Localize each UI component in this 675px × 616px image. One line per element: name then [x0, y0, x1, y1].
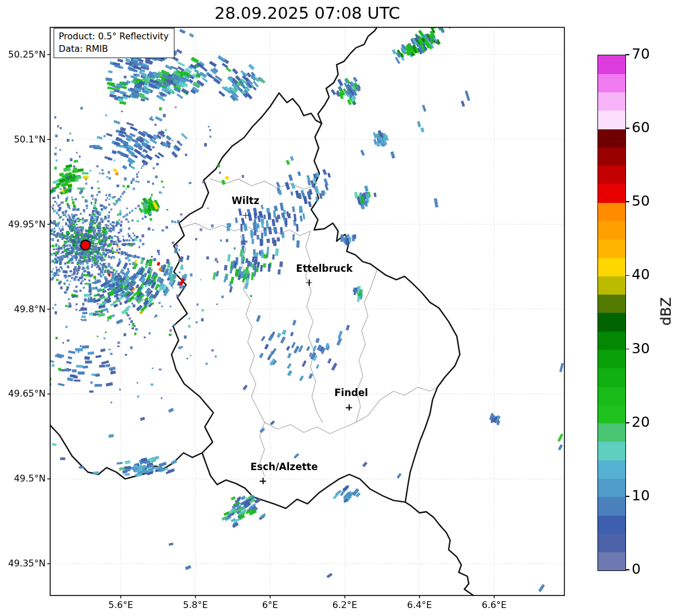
colorbar-segment [598, 460, 625, 479]
page-title: 28.09.2025 07:08 UTC [50, 3, 564, 23]
colorbar-tick-mark [625, 54, 629, 55]
city-label: Wiltz [231, 195, 259, 206]
colorbar-segment [598, 552, 625, 571]
colorbar-tick-mark [625, 349, 629, 350]
x-tick-label: 5.6°E [95, 599, 147, 610]
colorbar-segment [598, 129, 625, 148]
y-tick-label: 49.65°N [0, 388, 46, 399]
colorbar-tick-mark [625, 201, 629, 202]
colorbar-segment [598, 147, 625, 166]
colorbar-tick-label: 70 [632, 46, 650, 62]
colorbar-segment [598, 515, 625, 534]
colorbar-segment [598, 497, 625, 516]
city-marker [306, 279, 312, 285]
product-line: Product: 0.5° Reflectivity [59, 30, 169, 43]
y-tick-label: 49.8°N [0, 304, 46, 315]
colorbar-tick-label: 30 [632, 340, 650, 357]
colorbar-segment [598, 350, 625, 369]
colorbar-segment [598, 276, 625, 295]
city-marker [346, 405, 352, 411]
colorbar-axis-label: dBZ [658, 289, 674, 334]
city-label: Findel [334, 387, 368, 398]
city-label: Esch/Alzette [250, 461, 318, 472]
colorbar-segment [598, 184, 625, 203]
city-marker [242, 212, 249, 218]
colorbar-segment [598, 405, 625, 423]
colorbar-tick-label: 20 [632, 414, 650, 430]
colorbar-segment [598, 368, 625, 387]
x-tick-label: 6°E [245, 599, 296, 610]
radar-site-marker [80, 239, 91, 250]
colorbar-tick-label: 60 [632, 119, 650, 136]
colorbar-tick-mark [625, 275, 629, 276]
colorbar-segment [598, 258, 625, 276]
radar-map-canvas [0, 0, 675, 616]
y-tick-label: 50.25°N [0, 49, 46, 60]
colorbar-segment [598, 295, 625, 313]
x-tick-label: 6.6°E [469, 599, 520, 610]
colorbar-tick-label: 10 [632, 487, 650, 504]
colorbar-tick-label: 0 [632, 561, 641, 577]
x-tick-label: 6.4°E [394, 599, 445, 610]
x-tick-label: 5.8°E [170, 599, 221, 610]
colorbar-segment [598, 331, 625, 350]
colorbar-segment [598, 221, 625, 240]
colorbar-segment [598, 423, 625, 442]
colorbar-tick-label: 50 [632, 193, 650, 209]
y-tick-label: 49.95°N [0, 219, 46, 230]
colorbar-tick-label: 40 [632, 266, 650, 283]
colorbar-tick-mark [625, 128, 629, 129]
colorbar-segment [598, 386, 625, 405]
city-label: Ettelbruck [296, 263, 352, 274]
colorbar-segment [598, 55, 625, 74]
colorbar-tick-mark [625, 496, 629, 497]
y-tick-label: 50.1°N [0, 134, 46, 145]
colorbar-segment [598, 479, 625, 497]
colorbar-segment [598, 111, 625, 129]
colorbar-tick-mark [625, 569, 629, 570]
data-source-line: Data: RMIB [59, 43, 169, 55]
colorbar-segment [598, 313, 625, 332]
colorbar-segment [598, 442, 625, 460]
colorbar-segment [598, 202, 625, 221]
colorbar-tick-mark [625, 422, 629, 423]
city-marker [260, 478, 266, 484]
x-tick-label: 6.2°E [319, 599, 371, 610]
colorbar-segment [598, 74, 625, 92]
colorbar-segment [598, 533, 625, 552]
colorbar-segment [598, 92, 625, 111]
y-tick-label: 49.5°N [0, 473, 46, 484]
y-tick-label: 49.35°N [0, 558, 46, 569]
product-info-box: Product: 0.5° Reflectivity Data: RMIB [54, 28, 174, 58]
colorbar [597, 55, 626, 571]
radar-map-figure: 28.09.2025 07:08 UTC Product: 0.5° Refle… [0, 0, 675, 616]
colorbar-segment [598, 166, 625, 185]
colorbar-segment [598, 239, 625, 258]
